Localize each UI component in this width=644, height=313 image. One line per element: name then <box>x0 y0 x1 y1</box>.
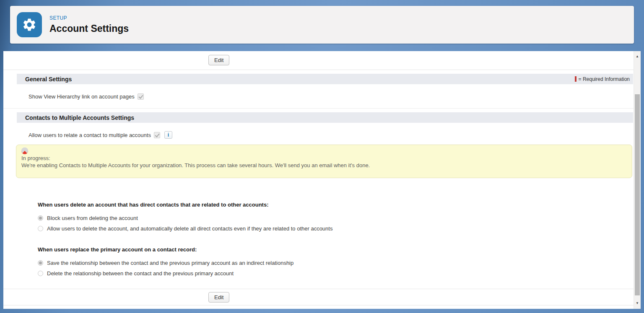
gear-icon <box>22 17 37 32</box>
progress-message: We're enabling Contacts to Multiple Acco… <box>21 162 627 169</box>
save-relationship-label: Save the relationship between the contac… <box>47 260 293 266</box>
scrollbar-thumb[interactable] <box>635 94 640 295</box>
radio-row-allow-delete: Allow users to delete the account, and a… <box>38 225 634 233</box>
spinner-icon <box>21 147 28 154</box>
required-legend-text: = Required Information <box>579 76 630 82</box>
in-progress-banner: In progress: We're enabling Contacts to … <box>16 145 632 178</box>
allow-delete-label: Allow users to delete the account, and a… <box>47 225 332 232</box>
block-delete-label: Block users from deleting the account <box>47 215 138 221</box>
section-divider <box>3 108 634 109</box>
section-header-general: General Settings = Required Information <box>17 74 633 84</box>
replace-primary-question: When users replace the primary account o… <box>38 246 634 253</box>
required-legend: = Required Information <box>575 76 630 82</box>
info-icon[interactable]: i <box>164 131 172 139</box>
allow-delete-radio[interactable] <box>38 226 43 231</box>
radio-row-block-delete: Block users from deleting the account <box>38 214 634 222</box>
scroll-down-icon[interactable]: ▼ <box>634 300 641 307</box>
salesforce-setup-page: SETUP Account Settings Edit General Sett… <box>0 0 644 313</box>
scroll-up-icon[interactable]: ▲ <box>634 53 641 60</box>
delete-account-question: When users delete an account that has di… <box>38 202 634 208</box>
setup-header-card: SETUP Account Settings <box>10 6 634 44</box>
required-marker-icon <box>575 76 576 82</box>
save-relationship-radio[interactable] <box>38 260 43 266</box>
bottom-button-row: Edit <box>3 289 634 305</box>
show-view-hierarchy-row: Show View Hierarchy link on account page… <box>29 92 634 101</box>
allow-relate-contact-checkbox[interactable] <box>154 132 160 138</box>
block-delete-radio[interactable] <box>38 215 43 221</box>
section-title-contacts-multi: Contacts to Multiple Accounts Settings <box>25 114 134 121</box>
setup-eyebrow: SETUP <box>49 15 129 21</box>
vertical-scrollbar[interactable]: ▲ ▼ <box>634 51 641 309</box>
allow-relate-contact-row: Allow users to relate a contact to multi… <box>29 131 634 139</box>
radio-row-delete-relationship: Delete the relationship between the cont… <box>38 269 634 277</box>
account-settings-panel: Edit General Settings = Required Informa… <box>3 51 641 309</box>
page-title: Account Settings <box>49 23 129 34</box>
progress-status: In progress: <box>21 155 627 162</box>
top-button-row: Edit <box>3 51 634 70</box>
edit-button-bottom[interactable]: Edit <box>208 292 229 303</box>
delete-relationship-label: Delete the relationship between the cont… <box>47 270 234 277</box>
setup-gear-icon <box>17 12 42 37</box>
radio-row-save-relationship: Save the relationship between the contac… <box>38 259 634 267</box>
show-view-hierarchy-label: Show View Hierarchy link on account page… <box>29 93 135 100</box>
section-header-contacts-multi: Contacts to Multiple Accounts Settings <box>17 112 633 123</box>
header-text: SETUP Account Settings <box>49 15 129 34</box>
allow-relate-contact-label: Allow users to relate a contact to multi… <box>29 132 151 138</box>
delete-relationship-radio[interactable] <box>38 271 43 276</box>
show-view-hierarchy-checkbox[interactable] <box>138 93 144 100</box>
settings-content: Edit General Settings = Required Informa… <box>3 51 634 309</box>
section-title-general: General Settings <box>25 76 72 83</box>
edit-button-top[interactable]: Edit <box>208 55 229 65</box>
